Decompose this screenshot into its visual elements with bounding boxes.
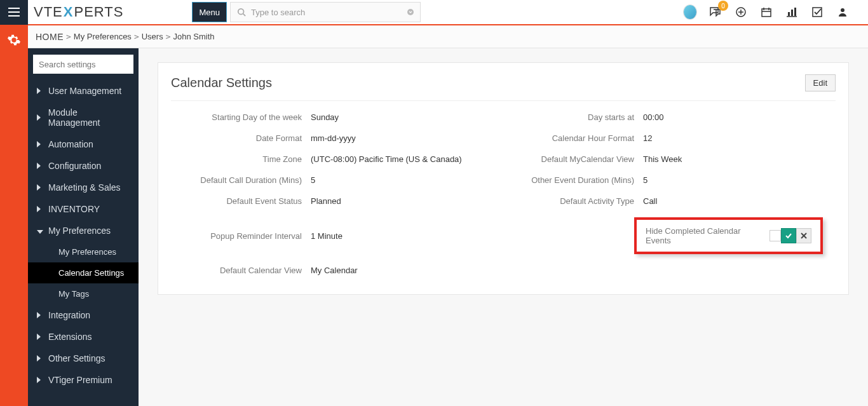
logo[interactable]: VTEXPERTS — [34, 4, 123, 20]
field-mycalendar-view: Default MyCalendar ViewThis Week — [516, 154, 823, 164]
field-day-starts: Day starts at00:00 — [516, 112, 823, 122]
logo-text-x: X — [64, 4, 74, 20]
calendar-icon — [761, 7, 771, 17]
cancel-button[interactable] — [796, 228, 811, 243]
chevron-down-icon[interactable] — [407, 9, 414, 15]
svg-rect-0 — [8, 8, 20, 9]
sidebar-item-label: Marketing & Sales — [48, 182, 121, 193]
global-search[interactable]: Type to search — [230, 2, 421, 22]
field-activity-type: Default Activity TypeCall — [516, 196, 823, 206]
sidebar-item-label: Other Settings — [48, 353, 105, 363]
avatar-icon — [684, 5, 696, 19]
settings-sidebar: User ManagementModule ManagementAutomati… — [28, 48, 139, 406]
sidebar-item[interactable]: VTiger Premium — [28, 369, 139, 391]
field-time-zone: Time Zone(UTC-08:00) Pacific Time (US & … — [184, 154, 491, 164]
sidebar-item[interactable]: Automation — [28, 133, 139, 155]
sidebar-subitem[interactable]: My Tags — [28, 283, 139, 304]
chevron-right-icon — [37, 204, 42, 214]
sidebar-item[interactable]: My Preferences — [28, 220, 139, 241]
user-icon — [837, 7, 848, 17]
sidebar-item[interactable]: Configuration — [28, 155, 139, 177]
chevron-right-icon — [37, 161, 42, 171]
field-starting-day: Starting Day of the weekSunday — [184, 112, 491, 122]
sidebar-item-label: Automation — [48, 139, 93, 149]
sidebar-item-label: Configuration — [48, 161, 101, 171]
top-icons: 0 — [684, 6, 868, 18]
hamburger-icon — [8, 8, 20, 17]
hide-completed-highlight: Hide Completed Calendar Events — [634, 217, 823, 254]
chat-button[interactable]: 0 — [709, 6, 722, 18]
search-placeholder: Type to search — [251, 8, 305, 17]
menu-button[interactable]: Menu — [192, 2, 227, 22]
sidebar-item-label: INVENTORY — [48, 204, 100, 214]
field-call-duration: Default Call Duration (Mins)5 — [184, 175, 491, 185]
edit-button[interactable]: Edit — [805, 74, 836, 91]
sidebar-item-label: Extensions — [48, 332, 92, 342]
sidebar-item[interactable]: Module Management — [28, 102, 139, 133]
field-hide-completed: Hide Completed Calendar Events — [516, 217, 823, 254]
sidebar-search-input[interactable] — [33, 55, 133, 74]
calendar-settings-panel: Calendar Settings Edit Starting Day of t… — [158, 62, 849, 295]
breadcrumb-item[interactable]: My Preferences — [74, 32, 132, 41]
settings-rail — [0, 25, 28, 406]
chevron-right-icon: > — [134, 32, 139, 41]
field-default-calendar-view: Default Calendar ViewMy Calendar — [184, 266, 491, 275]
field-other-duration: Other Event Duration (Mins)5 — [516, 175, 823, 185]
reports-button[interactable] — [785, 6, 798, 18]
hide-completed-checkbox[interactable] — [770, 230, 781, 241]
chevron-right-icon — [37, 375, 42, 385]
svg-point-3 — [238, 9, 244, 15]
field-hour-format: Calendar Hour Format12 — [516, 133, 823, 143]
sidebar-item[interactable]: Extensions — [28, 326, 139, 348]
chevron-down-icon — [37, 226, 42, 236]
sidebar-subitem[interactable]: Calendar Settings — [28, 262, 139, 283]
bar-chart-icon — [787, 7, 797, 17]
sidebar-item-label: Integration — [48, 310, 90, 320]
breadcrumb-item[interactable]: John Smith — [173, 32, 214, 41]
chevron-right-icon: > — [166, 32, 171, 41]
chevron-right-icon — [37, 112, 42, 123]
chevron-right-icon — [37, 310, 42, 320]
settings-gear-button[interactable] — [0, 28, 28, 52]
page-title: Calendar Settings — [171, 76, 272, 90]
svg-point-5 — [407, 9, 414, 15]
svg-rect-9 — [762, 9, 771, 17]
svg-point-18 — [841, 8, 844, 12]
hamburger-button[interactable] — [0, 0, 28, 25]
plus-icon — [736, 7, 746, 17]
breadcrumb: HOME > My Preferences > Users > John Smi… — [28, 25, 868, 48]
sidebar-item-label: My Preferences — [48, 226, 111, 236]
calendar-button[interactable] — [760, 6, 773, 18]
top-bar: VTEXPERTS Menu Type to search 0 — [0, 0, 868, 25]
logo-text-pre: VTE — [34, 4, 63, 20]
svg-line-4 — [243, 14, 246, 17]
sidebar-item[interactable]: INVENTORY — [28, 198, 139, 220]
sidebar-item[interactable]: Marketing & Sales — [28, 177, 139, 198]
avatar[interactable] — [684, 6, 696, 18]
breadcrumb-home[interactable]: HOME — [36, 32, 64, 42]
user-menu[interactable] — [836, 6, 849, 18]
chevron-right-icon — [37, 86, 42, 96]
svg-rect-14 — [791, 10, 793, 16]
page-content: Calendar Settings Edit Starting Day of t… — [139, 48, 868, 406]
svg-rect-2 — [8, 15, 20, 17]
sidebar-item[interactable]: User Management — [28, 80, 139, 102]
notification-badge: 0 — [718, 1, 728, 11]
field-reminder-interval: Popup Reminder Interval1 Minute — [184, 217, 491, 254]
tasks-button[interactable] — [811, 6, 824, 18]
svg-rect-13 — [788, 12, 790, 16]
field-event-status: Default Event StatusPlanned — [184, 196, 491, 206]
chevron-right-icon — [37, 353, 42, 363]
add-button[interactable] — [735, 6, 747, 18]
check-icon — [785, 232, 792, 240]
breadcrumb-item[interactable]: Users — [142, 32, 163, 41]
confirm-button[interactable] — [781, 228, 796, 243]
sidebar-subitem[interactable]: My Preferences — [28, 241, 139, 262]
svg-rect-15 — [794, 8, 796, 16]
sidebar-item[interactable]: Other Settings — [28, 348, 139, 369]
chevron-right-icon: > — [66, 32, 71, 41]
logo-text-post: PERTS — [74, 4, 123, 20]
sidebar-item-label: Module Management — [48, 107, 130, 128]
sidebar-item[interactable]: Integration — [28, 304, 139, 326]
close-icon — [801, 233, 807, 239]
